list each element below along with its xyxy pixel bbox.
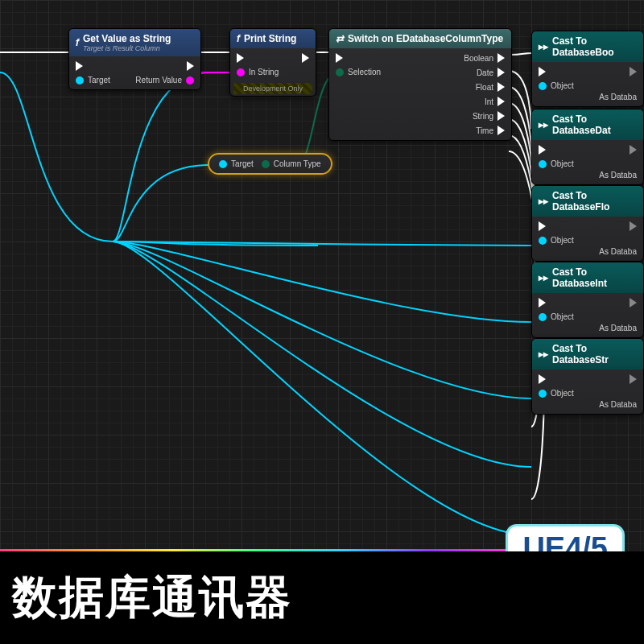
exec-out-pin[interactable] (630, 221, 637, 231)
node-header: ▸▸Cast To DatabaseDat (532, 109, 643, 140)
blueprint-canvas[interactable]: fGet Value as StringTarget is Result Col… (0, 0, 644, 555)
exec-in-pin[interactable] (237, 53, 279, 63)
product-title: 数据库通讯器 (12, 568, 292, 629)
in-string-pin[interactable]: In String (237, 68, 279, 76)
node-title: Cast To DatabaseDat (552, 114, 637, 136)
column-type-pin[interactable]: Column Type (262, 159, 321, 168)
as-output-pin[interactable]: As Databa (599, 93, 637, 101)
node-subtitle: Target is Result Column (83, 44, 171, 52)
node-title: Print String (244, 33, 296, 44)
switch-out-int[interactable]: Int (485, 97, 505, 106)
node-cast-database-date[interactable]: ▸▸Cast To DatabaseDat Object As Databa (531, 109, 644, 185)
selection-pin[interactable]: Selection (336, 68, 381, 76)
exec-in-pin[interactable] (539, 221, 574, 231)
switch-out-boolean[interactable]: Boolean (464, 53, 505, 63)
exec-in-pin[interactable] (76, 61, 110, 71)
exec-out-pin[interactable] (630, 374, 637, 384)
exec-in-pin[interactable] (336, 53, 381, 63)
node-header: ▸▸Cast To DatabaseFlo (532, 186, 643, 217)
target-pin[interactable]: Target (219, 159, 254, 168)
switch-out-date[interactable]: Date (477, 68, 505, 77)
as-output-pin[interactable]: As Databa (599, 324, 637, 332)
node-cast-database-int[interactable]: ▸▸Cast To DatabaseInt Object As Databa (531, 262, 644, 338)
as-output-pin[interactable]: As Databa (599, 171, 637, 180)
exec-out-pin[interactable] (630, 67, 637, 76)
exec-in-pin[interactable] (539, 298, 574, 308)
object-pin[interactable]: Object (539, 312, 574, 321)
node-cast-database-bool[interactable]: ▸▸Cast To DatabaseBoo Object As Databa (531, 31, 644, 107)
node-header: ▸▸Cast To DatabaseBoo (532, 31, 643, 62)
exec-in-pin[interactable] (539, 145, 574, 155)
exec-out-pin[interactable] (187, 61, 194, 71)
node-header: fGet Value as StringTarget is Result Col… (69, 29, 200, 56)
node-cast-database-float[interactable]: ▸▸Cast To DatabaseFlo Object As Databa (531, 185, 644, 262)
object-pin[interactable]: Object (539, 159, 574, 168)
as-output-pin[interactable]: As Databa (599, 247, 637, 256)
node-title: Cast To DatabaseBoo (552, 35, 637, 58)
object-pin[interactable]: Object (539, 81, 574, 90)
development-only-tag: Development Only (233, 83, 312, 94)
node-get-value-as-string[interactable]: fGet Value as StringTarget is Result Col… (68, 28, 201, 90)
node-header: ▸▸Cast To DatabaseInt (532, 262, 643, 293)
node-title: Cast To DatabaseFlo (552, 190, 637, 213)
node-title: Cast To DatabaseStr (552, 343, 637, 365)
exec-out-pin[interactable] (630, 145, 637, 155)
exec-out-pin[interactable] (630, 298, 637, 308)
node-header: ⇄Switch on EDatabaseColumnType (329, 29, 511, 48)
node-title: Get Value as String (83, 33, 171, 44)
exec-out-pin[interactable] (302, 53, 309, 63)
return-value-pin[interactable]: Return Value (135, 76, 194, 85)
as-output-pin[interactable]: As Databa (599, 400, 637, 409)
object-pin[interactable]: Object (539, 389, 574, 398)
footer: 数据库通讯器 (0, 551, 644, 644)
exec-in-pin[interactable] (539, 374, 574, 384)
node-header: fPrint String (230, 29, 316, 48)
node-print-string[interactable]: fPrint String In String Development Only (229, 28, 316, 97)
node-header: ▸▸Cast To DatabaseStr (532, 339, 643, 369)
node-title: Switch on EDatabaseColumnType (348, 33, 503, 44)
switch-out-time[interactable]: Time (476, 126, 505, 135)
switch-out-float[interactable]: Float (476, 82, 505, 92)
exec-in-pin[interactable] (539, 67, 574, 76)
node-switch-on-column-type[interactable]: ⇄Switch on EDatabaseColumnType Selection… (328, 28, 512, 141)
node-title: Cast To DatabaseInt (552, 266, 637, 289)
node-column-type[interactable]: Target Column Type (208, 153, 332, 175)
node-cast-database-string[interactable]: ▸▸Cast To DatabaseStr Object As Databa (531, 338, 644, 415)
switch-out-string[interactable]: String (473, 111, 505, 121)
target-pin[interactable]: Target (76, 76, 110, 85)
object-pin[interactable]: Object (539, 236, 574, 245)
